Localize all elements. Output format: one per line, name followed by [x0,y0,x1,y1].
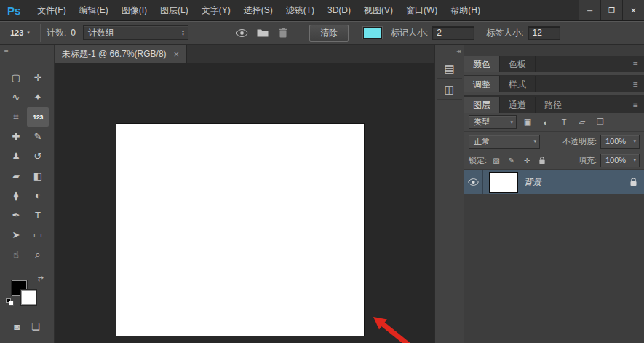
label-size-input[interactable]: 12 [528,26,560,40]
filter-shape-layers-icon[interactable]: ▱ [575,116,589,129]
count-value: 0 [71,28,76,38]
collapsed-panel-bottom[interactable]: ◫ [437,79,462,100]
tab-swatches[interactable]: 色板 [500,56,536,72]
count-group-select[interactable]: 计数组 ▴▾ [83,25,188,40]
gradient-tool[interactable]: ◧ [27,166,49,186]
close-button[interactable]: ✕ [622,0,644,20]
brush-tool[interactable]: ✎ [27,127,49,146]
collapse-tools-icon[interactable]: ◂◂ [0,45,10,56]
marker-size-label: 标记大小: [391,27,428,39]
new-group-folder-icon[interactable] [254,28,271,38]
menu-help[interactable]: 帮助(H) [444,0,487,20]
panel-menu-icon[interactable]: ≡ [627,56,644,72]
dodge-tool[interactable]: ◐ [27,186,49,205]
move-tool[interactable]: ✛ [27,68,49,87]
layer-visibility-eye-icon[interactable] [464,170,483,194]
layer-filter-type-select[interactable]: 类型 ▾ [469,115,517,129]
blur-tool[interactable]: ⧫ [5,186,27,205]
default-colors-icon[interactable] [6,298,15,307]
document-tab-bar: 未标题-1 @ 66.7%(RGB/8) × [55,45,434,63]
screen-mode-icon[interactable]: ❏ [31,321,40,332]
tab-channels[interactable]: 通道 [500,97,536,113]
marker-color-swatch[interactable] [363,27,382,39]
background-color-swatch[interactable] [21,290,36,305]
tab-color[interactable]: 颜色 [464,56,500,72]
adjustments-panel-body [464,92,644,95]
tab-styles[interactable]: 样式 [500,76,536,92]
color-wells: ⇄ [10,276,44,311]
clear-button[interactable]: 清除 [309,25,349,42]
menu-filter[interactable]: 滤镜(T) [279,0,321,20]
expand-panels-icon[interactable]: ◂◂ [452,45,464,58]
spot-healing-brush-tool[interactable]: ✚ [5,127,27,146]
document-tab[interactable]: 未标题-1 @ 66.7%(RGB/8) × [55,45,187,63]
layer-row-background[interactable]: 背景 [464,170,644,194]
canvas-workspace [55,63,434,343]
filter-pixel-layers-icon[interactable]: ▣ [520,116,535,129]
menu-edit[interactable]: 编辑(E) [73,0,115,20]
type-tool[interactable]: T [27,205,49,225]
crop-tool[interactable]: ⌗ [5,107,27,127]
minimize-button[interactable]: ─ [579,0,600,20]
menu-file[interactable]: 文件(F) [31,0,72,20]
opacity-select[interactable]: 100% ▾ [600,135,640,149]
blend-mode-select[interactable]: 正常 ▾ [469,135,540,149]
separator [40,24,41,42]
lock-transparency-icon[interactable]: ▨ [490,154,502,166]
tool-preset-picker[interactable]: 123 ▾ [6,27,34,39]
delete-trash-icon[interactable] [274,28,292,38]
document-canvas[interactable] [116,124,364,336]
adjustments-panel-header: 调整 样式 ≡ [464,76,644,92]
fill-label: 填充: [579,155,597,166]
visibility-eye-icon[interactable] [234,28,251,38]
tools-grid: ▢ ✛ ∿ ✦ ⌗ 123 ✚ ✎ ♟ ↺ ▰ ◧ ⧫ ◐ ✒ T ➤ ▭ ☝ … [5,68,49,264]
menu-type[interactable]: 文字(Y) [195,0,237,20]
menu-select[interactable]: 选择(S) [237,0,279,20]
history-brush-tool[interactable]: ↺ [27,146,49,166]
pen-tool[interactable]: ✒ [5,205,27,225]
clone-stamp-tool[interactable]: ♟ [5,146,27,166]
fill-select[interactable]: 100% ▾ [600,154,640,167]
tool-options-bar: 123 ▾ 计数: 0 计数组 ▴▾ 清除 标记大小: 2 [0,21,644,45]
filter-smart-objects-icon[interactable]: ❒ [593,116,608,129]
layers-filter-row: 类型 ▾ ▣ ◐ T ▱ ❒ [464,113,644,132]
panel-menu-icon[interactable]: ≡ [627,97,644,113]
panel-menu-icon[interactable]: ≡ [627,76,644,92]
menu-window[interactable]: 窗口(W) [399,0,444,20]
filter-adjustment-layers-icon[interactable]: ◐ [538,116,553,129]
rectangle-tool[interactable]: ▭ [27,225,49,245]
count-label: 计数: [47,27,66,39]
quick-selection-tool[interactable]: ✦ [27,87,49,107]
collapsed-panel-dock: ◂◂ ▤ ◫ [434,45,464,343]
hand-tool[interactable]: ☝ [5,245,27,264]
tab-adjustments[interactable]: 调整 [464,76,500,92]
tab-close-icon[interactable]: × [174,49,180,60]
menu-view[interactable]: 视图(V) [357,0,399,20]
window-controls: ─ ❐ ✕ [579,0,644,20]
marker-size-input[interactable]: 2 [432,26,474,40]
swap-colors-icon[interactable]: ⇄ [38,275,44,283]
tab-layers[interactable]: 图层 [464,97,500,113]
rectangular-marquee-tool[interactable]: ▢ [5,68,27,87]
zoom-tool[interactable]: ⌕ [27,245,49,264]
tab-paths[interactable]: 路径 [536,97,571,113]
filter-type-layers-icon[interactable]: T [557,116,571,129]
maximize-button[interactable]: ❐ [600,0,622,20]
adjustments-panel-group: 调整 样式 ≡ [464,76,644,97]
quick-mask-icon[interactable]: ◙ [14,321,20,332]
eraser-tool[interactable]: ▰ [5,166,27,186]
collapsed-panel-top[interactable]: ▤ [437,58,462,79]
chevron-down-icon: ▾ [530,138,539,144]
lasso-tool[interactable]: ∿ [5,87,27,107]
count-tool[interactable]: 123 [27,107,49,127]
lock-pixels-icon[interactable]: ✎ [506,154,517,166]
path-selection-tool[interactable]: ➤ [5,225,27,245]
chevron-down-icon: ▾ [630,157,639,163]
panel-dock: 颜色 色板 ≡ 调整 样式 ≡ 图层 通道 路径 ≡ [464,45,644,343]
lock-position-icon[interactable]: ✛ [521,154,533,166]
menu-image[interactable]: 图像(I) [115,0,154,20]
layer-thumbnail[interactable] [489,172,518,193]
lock-all-icon[interactable] [536,154,548,166]
menu-layer[interactable]: 图层(L) [154,0,195,20]
menu-3d[interactable]: 3D(D) [321,0,357,20]
